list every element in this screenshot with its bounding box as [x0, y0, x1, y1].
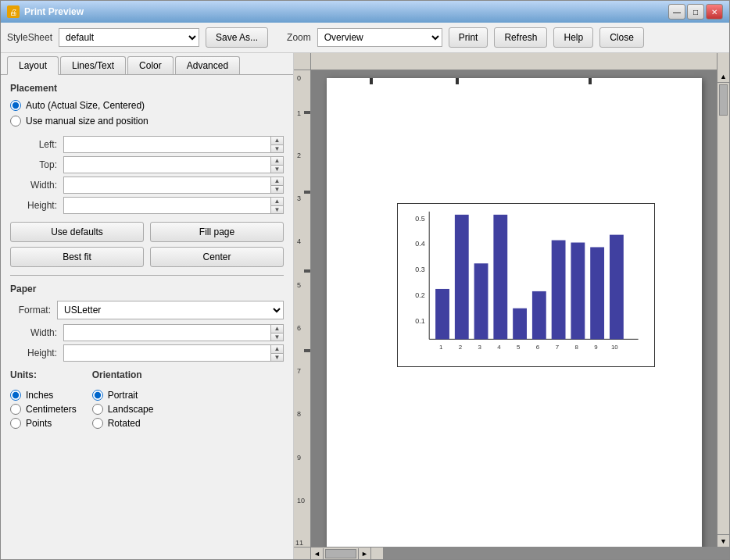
page-sheet: 0.5 0.4 0.3 0.2 0.1 — [327, 78, 702, 547]
vertical-scrollbar[interactable]: ▲ ▼ — [717, 70, 729, 547]
points-row: Points — [10, 418, 77, 429]
centimeters-row: Centimeters — [10, 404, 77, 415]
paper-width-input[interactable]: 8.50 — [64, 325, 270, 341]
manual-radio[interactable] — [10, 116, 21, 127]
width-spin-buttons: ▲ ▼ — [270, 177, 283, 193]
format-select[interactable]: USLetter A4 A3 Letter Legal — [57, 301, 284, 319]
window-close-button[interactable]: ✕ — [706, 4, 723, 20]
height-spin-down[interactable]: ▼ — [271, 206, 283, 214]
center-button[interactable]: Center — [150, 247, 284, 267]
stylesheet-select[interactable]: default — [59, 28, 199, 47]
help-button[interactable]: Help — [553, 27, 593, 48]
ruler-row: 0 1 2 3 4 5 6 7 8 — [294, 53, 729, 70]
svg-text:4: 4 — [497, 344, 501, 351]
paper-height-spinner[interactable]: 11.00 ▲ ▼ — [63, 344, 284, 362]
width-input[interactable]: 5.83 — [64, 177, 270, 193]
height-input[interactable]: 4.38 — [64, 198, 270, 213]
ruler-corner — [294, 53, 311, 70]
close-button[interactable]: Close — [599, 27, 644, 48]
landscape-row: Landscape — [92, 404, 154, 415]
paper-height-input[interactable]: 11.00 — [64, 345, 270, 361]
left-spin-buttons: ▲ ▼ — [270, 137, 283, 152]
best-fit-button[interactable]: Best fit — [10, 247, 144, 267]
orientation-label: Orientation — [92, 369, 154, 380]
paper-width-spin-buttons: ▲ ▼ — [270, 325, 283, 341]
portrait-row: Portrait — [92, 390, 154, 401]
points-radio[interactable] — [10, 418, 21, 429]
main-content: Layout Lines/Text Color Advanced Placeme… — [1, 53, 729, 559]
svg-rect-8 — [454, 215, 468, 339]
placement-radio-group: Auto (Actual Size, Centered) Use manual … — [10, 100, 284, 127]
svg-text:0.1: 0.1 — [415, 317, 424, 325]
paper-height-spin-buttons: ▲ ▼ — [270, 345, 283, 361]
tab-layout[interactable]: Layout — [7, 56, 59, 75]
portrait-radio[interactable] — [92, 390, 103, 401]
paper-width-spin-up[interactable]: ▲ — [271, 325, 283, 334]
paper-height-spin-up[interactable]: ▲ — [271, 345, 283, 354]
centimeters-radio[interactable] — [10, 404, 21, 415]
auto-radio-label: Auto (Actual Size, Centered) — [26, 100, 145, 111]
top-spin-down[interactable]: ▼ — [271, 166, 283, 173]
landscape-radio[interactable] — [92, 404, 103, 415]
left-spin-down[interactable]: ▼ — [271, 145, 283, 153]
height-spinner[interactable]: 4.38 ▲ ▼ — [63, 197, 284, 214]
svg-text:0.2: 0.2 — [415, 291, 424, 299]
scroll-left-button[interactable]: ◄ — [311, 548, 324, 559]
chart-svg: 0.5 0.4 0.3 0.2 0.1 — [398, 204, 654, 366]
left-spin-up[interactable]: ▲ — [271, 137, 283, 145]
height-label: Height: — [10, 200, 57, 211]
svg-text:0.4: 0.4 — [415, 240, 424, 248]
scroll-thumb-v[interactable] — [719, 84, 728, 116]
manual-radio-label: Use manual size and position — [26, 116, 149, 127]
inches-label: Inches — [26, 390, 53, 401]
scroll-down-button[interactable]: ▼ — [717, 534, 729, 547]
height-spin-up[interactable]: ▲ — [271, 198, 283, 206]
width-spin-down[interactable]: ▼ — [271, 186, 283, 194]
scroll-up-button[interactable]: ▲ — [717, 70, 729, 83]
horizontal-scrollbar[interactable]: ◄ ► — [311, 547, 370, 559]
minimize-button[interactable]: — — [668, 4, 685, 20]
tab-color[interactable]: Color — [127, 56, 174, 74]
paper-width-spin-down[interactable]: ▼ — [271, 334, 283, 341]
title-bar-buttons: — □ ✕ — [668, 4, 723, 20]
refresh-button[interactable]: Refresh — [494, 27, 547, 48]
inches-radio[interactable] — [10, 390, 21, 401]
units-label: Units: — [10, 369, 77, 380]
toolbar: StyleSheet default Save As... Zoom Overv… — [1, 23, 729, 53]
fill-page-button[interactable]: Fill page — [150, 222, 284, 242]
top-spin-up[interactable]: ▲ — [271, 157, 283, 166]
left-spinner[interactable]: 1.33 ▲ ▼ — [63, 136, 284, 153]
left-input[interactable]: 1.33 — [64, 137, 270, 152]
canvas-area[interactable]: 0.5 0.4 0.3 0.2 0.1 — [311, 70, 717, 547]
rotated-radio[interactable] — [92, 418, 103, 429]
width-spinner[interactable]: 5.83 ▲ ▼ — [63, 177, 284, 194]
ruler-v: 0 1 2 3 4 5 6 7 8 9 10 11 — [294, 70, 311, 547]
panel-content: Placement Auto (Actual Size, Centered) U… — [1, 75, 293, 559]
tab-advanced[interactable]: Advanced — [175, 56, 240, 74]
scroll-track-v — [717, 83, 729, 534]
scroll-right-button[interactable]: ► — [358, 548, 370, 559]
svg-text:0.5: 0.5 — [415, 215, 424, 223]
svg-rect-16 — [609, 235, 623, 340]
scroll-track-h — [324, 548, 358, 559]
use-defaults-button[interactable]: Use defaults — [10, 222, 144, 242]
save-as-button[interactable]: Save As... — [206, 27, 268, 48]
stylesheet-label: StyleSheet — [7, 32, 52, 43]
top-input[interactable]: 3.31 — [64, 157, 270, 173]
zoom-select[interactable]: Overview Fit Width Fit Height 100% 75% 5… — [317, 28, 442, 47]
top-spinner[interactable]: 3.31 ▲ ▼ — [63, 156, 284, 173]
svg-text:1: 1 — [439, 344, 443, 351]
scroll-thumb-h[interactable] — [325, 549, 356, 558]
paper-width-spinner[interactable]: 8.50 ▲ ▼ — [63, 324, 284, 341]
paper-height-spin-down[interactable]: ▼ — [271, 354, 283, 362]
window-title: Print Preview — [24, 6, 664, 17]
maximize-button[interactable]: □ — [687, 4, 704, 20]
title-bar: 🖨 Print Preview — □ ✕ — [1, 1, 729, 23]
units-orientation: Units: Inches Centimeters Points — [10, 369, 284, 429]
print-button[interactable]: Print — [449, 27, 488, 48]
tab-lines-text[interactable]: Lines/Text — [60, 56, 126, 74]
width-spin-up[interactable]: ▲ — [271, 177, 283, 186]
auto-radio[interactable] — [10, 100, 21, 111]
left-panel: Layout Lines/Text Color Advanced Placeme… — [1, 53, 294, 559]
landscape-label: Landscape — [108, 404, 154, 415]
